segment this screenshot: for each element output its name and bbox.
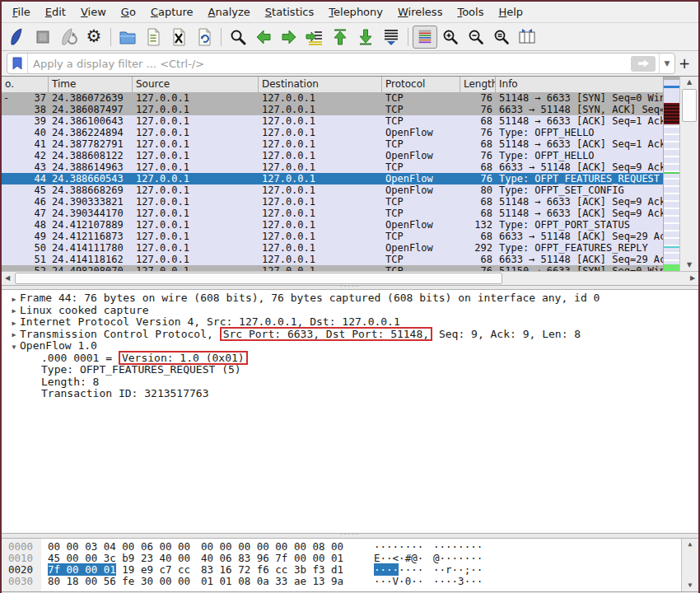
packet-row[interactable]: -3724.386072639127.0.0.1127.0.0.1TCP7651… — [2, 92, 665, 104]
ascii-bytes[interactable]: ········ — [433, 541, 483, 553]
ascii-bytes[interactable]: @······· — [433, 553, 483, 564]
packet-row[interactable]: 4624.390333821127.0.0.1127.0.0.1TCP68511… — [2, 196, 665, 208]
zoom-out-icon[interactable] — [464, 26, 488, 49]
find-packet-icon[interactable] — [226, 26, 250, 49]
collapsed-arrow-icon[interactable]: ▶ — [8, 294, 20, 306]
detail-line[interactable]: ▶Linux cooked capture — [2, 305, 698, 317]
hex-row[interactable]: 001045 00 00 3c b9 23 40 0040 06 83 96 7… — [2, 553, 698, 564]
packet-row[interactable]: 4424.388660543127.0.0.1127.0.0.1OpenFlow… — [2, 173, 665, 184]
selected-bytes[interactable]: ···· — [374, 563, 399, 576]
menu-edit[interactable]: Edit — [38, 3, 73, 21]
close-capture-file-icon[interactable] — [166, 26, 191, 49]
column-header-destination[interactable]: Destination — [259, 77, 382, 92]
pane-splitter-bottom[interactable]: ····· — [2, 533, 698, 539]
colorize-packets-icon[interactable] — [413, 26, 437, 49]
ascii-bytes[interactable]: ···V·0·· — [374, 576, 428, 587]
packet-row[interactable]: 3924.386100643127.0.0.1127.0.0.1TCP68511… — [2, 115, 665, 127]
ascii-bytes[interactable]: E··<·#@· — [374, 553, 428, 564]
packet-row[interactable]: 4124.387782791127.0.0.1127.0.0.1TCP68511… — [2, 138, 665, 150]
menu-analyze[interactable]: Analyze — [201, 3, 258, 21]
column-header-protocol[interactable]: Protocol — [382, 77, 460, 92]
bytes-scroll-down-arrow[interactable]: ▼ — [682, 580, 698, 591]
menu-view[interactable]: View — [73, 3, 114, 21]
bytes-pane-vscrollbar[interactable]: ▲ ▼ — [681, 539, 698, 591]
menu-telephony[interactable]: Telephony — [321, 3, 390, 21]
menu-capture[interactable]: Capture — [143, 3, 201, 21]
ascii-bytes[interactable]: ····3··· — [433, 576, 483, 587]
zoom-reset-icon[interactable] — [489, 26, 514, 49]
filter-bookmark-icon[interactable] — [7, 54, 28, 73]
filter-add-button[interactable]: + — [675, 55, 693, 72]
capture-options-icon[interactable]: ⚙ — [82, 26, 106, 49]
go-first-packet-icon[interactable] — [328, 26, 352, 49]
menu-help[interactable]: Help — [491, 3, 530, 21]
packet-row[interactable]: 4924.412116873127.0.0.1127.0.0.1TCP68663… — [2, 231, 665, 242]
go-back-icon[interactable] — [251, 26, 276, 49]
scroll-down-arrow[interactable]: ▼ — [680, 259, 698, 271]
open-capture-file-icon[interactable] — [115, 26, 140, 49]
go-forward-icon[interactable] — [277, 26, 301, 49]
packet-list-hscrollbar[interactable]: ◀ ▶ — [2, 271, 698, 285]
packet-row[interactable]: 4224.388608122127.0.0.1127.0.0.1OpenFlow… — [2, 150, 665, 161]
intelligent-scrollbar-minimap[interactable] — [663, 77, 680, 271]
go-last-packet-icon[interactable] — [353, 26, 378, 49]
detail-line[interactable]: ▶Frame 44: 76 bytes on wire (608 bits), … — [2, 292, 698, 305]
ascii-bytes[interactable]: ··r··;·· — [433, 564, 483, 576]
column-header-time[interactable]: Time — [49, 77, 133, 92]
packet-list-vscrollbar[interactable]: ▲ ▼ — [679, 77, 698, 271]
column-header-length[interactable]: Length — [460, 77, 496, 92]
hex-bytes[interactable]: 7f 00 00 01 19 e9 c7 cc — [48, 564, 196, 576]
column-header-no[interactable]: o. — [2, 77, 49, 92]
scroll-left-arrow[interactable]: ◀ — [2, 272, 13, 285]
menu-file[interactable]: File — [5, 3, 38, 21]
packet-row[interactable]: 5224.498208070127.0.0.1127.0.0.1TCP76511… — [2, 265, 665, 271]
hex-bytes[interactable]: 40 06 83 96 7f 00 00 01 — [201, 553, 348, 564]
display-filter-input[interactable] — [28, 58, 631, 70]
hex-bytes[interactable]: 01 01 08 0a 33 ae 13 9a — [201, 576, 348, 587]
expanded-arrow-icon[interactable]: ▼ — [8, 342, 20, 354]
hex-row[interactable]: 003080 18 00 56 fe 30 00 0001 01 08 0a 3… — [2, 576, 698, 587]
ascii-bytes[interactable]: ········ — [374, 541, 428, 553]
detail-line[interactable]: ▶Transmission Control Protocol, Src Port… — [2, 329, 698, 341]
filter-dropdown-caret[interactable]: ▼ — [659, 54, 674, 73]
menu-go[interactable]: Go — [114, 3, 143, 21]
detail-line[interactable]: Transaction ID: 3213517763 — [2, 388, 698, 400]
menu-tools[interactable]: Tools — [450, 3, 491, 21]
ascii-bytes[interactable]: ········ — [374, 564, 428, 576]
restart-capture-icon[interactable] — [56, 26, 81, 49]
packet-row[interactable]: 5024.414111780127.0.0.1127.0.0.1OpenFlow… — [2, 242, 665, 254]
collapsed-arrow-icon[interactable]: ▶ — [8, 318, 20, 330]
resize-columns-icon[interactable] — [515, 26, 539, 49]
detail-line[interactable]: ▼OpenFlow 1.0 — [2, 340, 698, 353]
hex-row[interactable]: 00207f 00 00 01 19 e9 c7 cc83 16 72 f6 c… — [2, 564, 698, 576]
hscroll-thumb[interactable] — [15, 273, 502, 284]
save-capture-file-icon[interactable] — [141, 26, 166, 49]
detail-line[interactable]: Length: 8 — [2, 376, 698, 389]
detail-line[interactable]: Type: OFPT_FEATURES_REQUEST (5) — [2, 364, 698, 376]
hex-row[interactable]: 000000 00 03 04 00 06 00 0000 00 00 00 0… — [2, 541, 698, 553]
packet-row[interactable]: 4524.388668269127.0.0.1127.0.0.1OpenFlow… — [2, 184, 665, 196]
packet-row[interactable]: 3824.386087497127.0.0.1127.0.0.1TCP76663… — [2, 104, 665, 115]
reload-capture-file-icon[interactable] — [192, 26, 217, 49]
detail-line[interactable]: .000 0001 = Version: 1.0 (0x01) — [2, 353, 698, 365]
scroll-right-arrow[interactable]: ▶ — [687, 272, 698, 285]
bytes-scroll-up-arrow[interactable]: ▲ — [682, 539, 698, 550]
hex-bytes[interactable]: 00 00 00 00 00 00 08 00 — [201, 541, 348, 553]
wireshark-start-capture-icon[interactable] — [5, 26, 30, 49]
stop-capture-icon[interactable] — [30, 26, 55, 49]
packet-row[interactable]: 4824.412107889127.0.0.1127.0.0.1OpenFlow… — [2, 219, 665, 231]
hex-bytes[interactable]: 80 18 00 56 fe 30 00 00 — [48, 576, 196, 587]
scroll-up-arrow[interactable]: ▲ — [680, 77, 698, 88]
auto-scroll-icon[interactable] — [379, 26, 404, 49]
selected-bytes[interactable]: 7f 00 00 01 — [48, 563, 116, 576]
filter-apply-button[interactable] — [631, 56, 656, 72]
zoom-in-icon[interactable] — [438, 26, 463, 49]
packet-row[interactable]: 4724.390344170127.0.0.1127.0.0.1TCP68511… — [2, 208, 665, 219]
packet-row[interactable]: 5124.414118162127.0.0.1127.0.0.1TCP68663… — [2, 254, 665, 265]
column-header-info[interactable]: Info — [496, 77, 665, 92]
hex-bytes[interactable]: 83 16 72 f6 cc 3b f3 d1 — [201, 564, 348, 576]
vscroll-thumb[interactable] — [682, 89, 697, 122]
column-header-source[interactable]: Source — [133, 77, 259, 92]
menu-statistics[interactable]: Statistics — [258, 3, 321, 21]
hex-bytes[interactable]: 45 00 00 3c b9 23 40 00 — [48, 553, 196, 564]
